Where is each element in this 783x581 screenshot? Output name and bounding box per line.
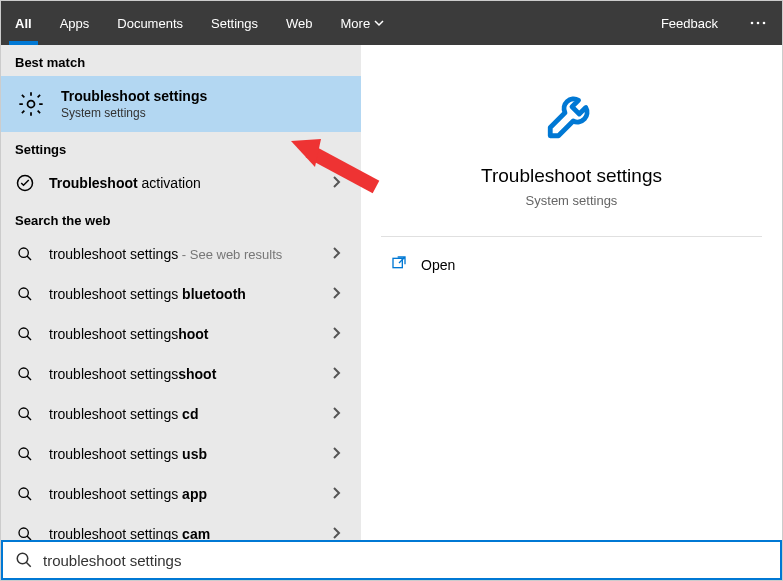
web-result-item[interactable]: troubleshoot settings cd: [1, 394, 361, 434]
search-icon: [15, 364, 35, 384]
svg-point-19: [19, 528, 28, 537]
svg-point-7: [19, 288, 28, 297]
web-result-label: troubleshoot settings - See web results: [49, 246, 317, 262]
best-match-result[interactable]: Troubleshoot settings System settings: [1, 76, 361, 132]
svg-point-9: [19, 328, 28, 337]
svg-point-2: [763, 22, 766, 25]
open-label: Open: [421, 257, 455, 273]
svg-rect-21: [393, 258, 402, 267]
section-best-match: Best match: [1, 45, 361, 76]
tab-documents[interactable]: Documents: [103, 1, 197, 45]
svg-point-17: [19, 488, 28, 497]
search-icon: [15, 444, 35, 464]
svg-point-3: [28, 101, 35, 108]
best-match-subtitle: System settings: [61, 106, 207, 120]
chevron-right-icon: [331, 366, 347, 382]
preview-subtitle: System settings: [361, 193, 782, 208]
web-result-item[interactable]: troubleshoot settings bluetooth: [1, 274, 361, 314]
settings-gear-icon: [15, 88, 47, 120]
web-result-label: troubleshoot settings usb: [49, 446, 317, 462]
svg-line-14: [27, 416, 31, 420]
settings-result-item[interactable]: Troubleshoot activation: [1, 163, 361, 203]
svg-line-16: [27, 456, 31, 460]
web-result-label: troubleshoot settings app: [49, 486, 317, 502]
svg-line-10: [27, 336, 31, 340]
web-result-label: troubleshoot settings cam: [49, 526, 317, 540]
chevron-right-icon: [331, 175, 347, 191]
web-result-item[interactable]: troubleshoot settings usb: [1, 434, 361, 474]
tab-web[interactable]: Web: [272, 1, 327, 45]
chevron-right-icon: [331, 406, 347, 422]
search-icon: [15, 284, 35, 304]
search-icon: [15, 324, 35, 344]
web-result-label: troubleshoot settingsshoot: [49, 366, 317, 382]
results-panel: Best match Troubleshoot settings System …: [1, 45, 361, 540]
tab-more[interactable]: More: [327, 1, 399, 45]
svg-line-23: [26, 562, 31, 567]
svg-point-11: [19, 368, 28, 377]
more-options-button[interactable]: [734, 1, 782, 45]
web-result-label: troubleshoot settingshoot: [49, 326, 317, 342]
search-bar[interactable]: [1, 540, 782, 580]
open-icon: [391, 255, 407, 274]
tab-settings[interactable]: Settings: [197, 1, 272, 45]
section-settings: Settings: [1, 132, 361, 163]
web-result-label: troubleshoot settings bluetooth: [49, 286, 317, 302]
svg-point-0: [751, 22, 754, 25]
svg-line-12: [27, 376, 31, 380]
ellipsis-icon: [750, 21, 766, 25]
search-icon: [15, 244, 35, 264]
search-input[interactable]: [43, 552, 768, 569]
web-result-label: troubleshoot settings cd: [49, 406, 317, 422]
search-icon: [15, 484, 35, 504]
svg-line-8: [27, 296, 31, 300]
top-tabs-bar: All Apps Documents Settings Web More Fee…: [1, 1, 782, 45]
chevron-right-icon: [331, 246, 347, 262]
wrench-icon: [543, 85, 601, 143]
section-search-web: Search the web: [1, 203, 361, 234]
chevron-right-icon: [331, 326, 347, 342]
web-result-item[interactable]: troubleshoot settings - See web results: [1, 234, 361, 274]
feedback-button[interactable]: Feedback: [645, 1, 734, 45]
web-result-item[interactable]: troubleshoot settingsshoot: [1, 354, 361, 394]
preview-panel: Troubleshoot settings System settings Op…: [361, 45, 782, 540]
search-icon: [15, 551, 33, 569]
search-icon: [15, 404, 35, 424]
preview-title: Troubleshoot settings: [361, 165, 782, 187]
svg-line-18: [27, 496, 31, 500]
search-icon: [15, 524, 35, 540]
chevron-right-icon: [331, 486, 347, 502]
web-result-item[interactable]: troubleshoot settings cam: [1, 514, 361, 540]
tab-all[interactable]: All: [1, 1, 46, 45]
svg-line-6: [27, 256, 31, 260]
svg-point-22: [17, 553, 28, 564]
chevron-right-icon: [331, 526, 347, 540]
svg-point-5: [19, 248, 28, 257]
chevron-right-icon: [331, 286, 347, 302]
tab-apps[interactable]: Apps: [46, 1, 104, 45]
web-result-item[interactable]: troubleshoot settings app: [1, 474, 361, 514]
best-match-title: Troubleshoot settings: [61, 88, 207, 104]
svg-point-1: [757, 22, 760, 25]
web-result-item[interactable]: troubleshoot settingshoot: [1, 314, 361, 354]
svg-point-13: [19, 408, 28, 417]
checkmark-circle-icon: [15, 173, 35, 193]
svg-point-15: [19, 448, 28, 457]
chevron-right-icon: [331, 446, 347, 462]
chevron-down-icon: [374, 18, 384, 28]
open-button[interactable]: Open: [361, 237, 782, 292]
